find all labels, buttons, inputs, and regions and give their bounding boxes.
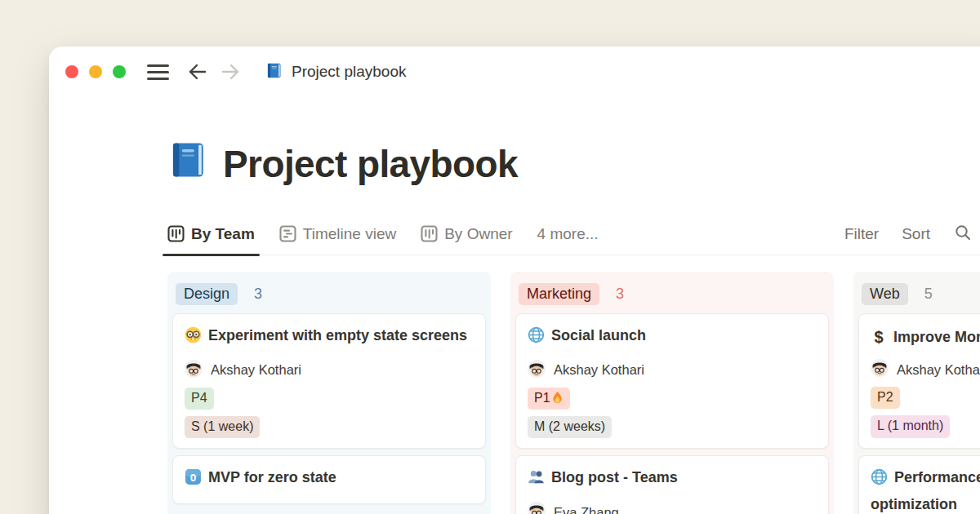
page-title[interactable]: Project playbook <box>223 144 518 185</box>
back-arrow-icon[interactable] <box>187 62 208 82</box>
globe-emoji-icon <box>871 468 888 494</box>
column-header: Design 3 <box>172 277 486 313</box>
close-window-button[interactable] <box>65 65 78 78</box>
traffic-lights <box>65 65 126 78</box>
page-header: Project playbook <box>167 138 518 185</box>
tab-timeline-view[interactable]: Timeline view <box>279 213 396 255</box>
forward-arrow-icon[interactable] <box>220 62 241 82</box>
column-design: Design 3 Experiment with empty state scr… <box>167 272 491 514</box>
column-header: Web 5 <box>858 277 980 313</box>
column-count: 5 <box>924 286 933 303</box>
tab-by-team[interactable]: By Team <box>167 213 255 255</box>
assignee-row: Akshay Kothari <box>528 360 817 381</box>
priority-tag-row: P1 <box>528 388 817 410</box>
assignee-name: Eva Zhang <box>554 505 619 514</box>
keycap-zero-emoji-icon: 0 <box>185 468 202 494</box>
card-blog-post-teams[interactable]: Blog post - Teams Eva Zhang <box>515 455 829 514</box>
window-topbar: Project playbook <box>49 47 980 97</box>
card-title: 0 MVP for zero state <box>185 466 474 494</box>
avatar <box>871 359 889 380</box>
size-tag-row: M (2 weeks) <box>528 416 817 438</box>
assignee-name: Akshay Kothari <box>897 362 980 378</box>
avatar <box>185 360 203 381</box>
card-social-launch[interactable]: Social launch Akshay Kothari P1 M (2 wee <box>515 313 829 449</box>
card-title: Experiment with empty state screens <box>185 324 474 352</box>
assignee-row: Akshay Kothari <box>871 359 980 380</box>
sort-button[interactable]: Sort <box>902 225 930 243</box>
size-tag: S (1 week) <box>185 416 260 438</box>
timeline-view-icon <box>279 225 296 242</box>
card-title: Social launch <box>528 324 817 352</box>
size-tag-row: L (1 month) <box>871 415 980 437</box>
nerd-face-emoji-icon <box>185 326 202 352</box>
column-count: 3 <box>616 286 624 303</box>
tab-by-owner[interactable]: By Owner <box>421 213 512 255</box>
priority-tag-row: P4 <box>185 388 474 410</box>
assignee-name: Akshay Kothari <box>554 362 644 378</box>
card-title: $Improve Monetization <box>871 324 980 351</box>
zoom-window-button[interactable] <box>113 65 126 78</box>
globe-emoji-icon <box>528 326 545 352</box>
fire-emoji-icon <box>551 391 564 405</box>
tab-more-views[interactable]: 4 more... <box>537 213 599 255</box>
priority-tag: P2 <box>871 387 900 409</box>
avatar <box>528 360 546 381</box>
card-mvp-zero-state[interactable]: 0 MVP for zero state <box>172 455 486 504</box>
page-icon-blue-book[interactable] <box>167 138 210 185</box>
card-performance-optimization[interactable]: Performance optimization <box>858 455 980 514</box>
filter-button[interactable]: Filter <box>844 225 879 243</box>
assignee-row: Eva Zhang <box>528 502 817 514</box>
search-icon[interactable] <box>953 223 973 246</box>
assignee-name: Akshay Kothari <box>211 362 301 378</box>
column-count: 3 <box>254 286 262 303</box>
hamburger-menu-icon[interactable] <box>147 64 169 80</box>
toolbar-actions: Filter Sort <box>844 223 980 246</box>
app-window: Project playbook Project playbook By Tea… <box>49 47 980 514</box>
avatar <box>528 502 546 514</box>
board-view-icon <box>421 225 438 242</box>
column-web: Web 5 $Improve Monetization Akshay Kotha… <box>853 272 980 514</box>
card-improve-monetization[interactable]: $Improve Monetization Akshay Kothari P2 … <box>858 313 980 449</box>
column-marketing: Marketing 3 Social launch Akshay Kothari… <box>510 272 834 514</box>
card-title: Blog post - Teams <box>528 466 817 494</box>
column-name-badge: Design <box>176 283 238 305</box>
board-view-icon <box>167 225 185 242</box>
assignee-row: Akshay Kothari <box>185 360 474 381</box>
blue-book-icon <box>265 61 283 83</box>
column-name-badge: Marketing <box>519 283 599 305</box>
topbar-breadcrumb[interactable]: Project playbook <box>265 61 406 83</box>
column-name-badge: Web <box>862 283 908 305</box>
topbar-title: Project playbook <box>292 63 406 81</box>
view-toolbar: By Team Timeline view By Owner 4 more...… <box>167 213 980 255</box>
column-header: Marketing 3 <box>515 277 829 313</box>
heavy-dollar-sign-icon: $ <box>871 324 887 351</box>
size-tag: M (2 weeks) <box>528 416 612 438</box>
priority-tag: P1 <box>528 388 570 410</box>
size-tag-row: S (1 week) <box>185 416 474 438</box>
priority-tag-row: P2 <box>871 387 980 409</box>
svg-text:0: 0 <box>190 472 197 484</box>
busts-in-silhouette-emoji-icon <box>528 468 545 494</box>
card-experiment-empty-state[interactable]: Experiment with empty state screens Aksh… <box>172 313 486 449</box>
priority-tag: P4 <box>185 388 214 410</box>
minimize-window-button[interactable] <box>89 65 102 78</box>
view-tabs: By Team Timeline view By Owner 4 more... <box>167 213 599 255</box>
size-tag: L (1 month) <box>871 415 950 437</box>
kanban-board: Design 3 Experiment with empty state scr… <box>167 272 980 514</box>
card-title: Performance optimization <box>871 466 980 514</box>
